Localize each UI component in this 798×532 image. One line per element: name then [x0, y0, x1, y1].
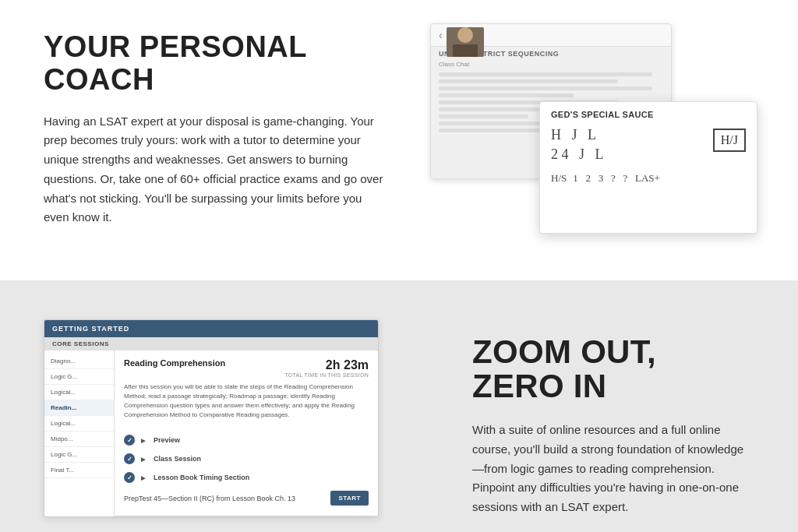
sauce-bottom: H/S 1 2 3 ? ? LAS+ — [540, 164, 757, 185]
content-line — [439, 86, 652, 90]
rc-title: Reading Comprehension — [124, 358, 225, 368]
sauce-sequence: 1 2 3 ? ? LAS+ — [573, 172, 660, 185]
content-line — [439, 115, 528, 118]
rc-time-block: 2h 23m TOTAL TIME IN THIS SESSION — [284, 358, 369, 378]
check-icon: ✓ — [124, 453, 135, 464]
rc-item-label: Lesson Book Timing Section — [154, 474, 249, 481]
rc-item-preview[interactable]: ✓ ► Preview — [115, 431, 378, 449]
sidebar-item[interactable]: Diagno... — [44, 354, 114, 369]
arrow-icon: ► — [139, 474, 147, 482]
page-title: YOUR PERSONAL COACH — [44, 31, 383, 97]
avatar — [447, 27, 484, 57]
sauce-left-notation: H J L 2 4 J L — [551, 125, 604, 164]
content-line — [439, 79, 618, 83]
content-line — [439, 93, 574, 97]
sidebar-item[interactable]: Logical... — [44, 416, 114, 432]
sidebar-item[interactable]: Logic G... — [44, 369, 114, 385]
arrow-icon: ► — [139, 455, 147, 463]
rc-time-value: 2h 23m — [284, 358, 369, 372]
rc-item-class-session[interactable]: ✓ ► Class Session — [115, 449, 378, 468]
top-right-visuals: ‹ K UNUSUAL STRICT SEQUENCING Class Chat — [415, 23, 754, 241]
sidebar-item-active[interactable]: Readin... — [44, 400, 114, 416]
course-main-content: Reading Comprehension 2h 23m TOTAL TIME … — [115, 351, 378, 516]
rc-start-label: PrepTest 45—Section II (RC) from Lesson … — [124, 495, 326, 502]
arrow-icon: ► — [139, 436, 147, 445]
content-line — [439, 72, 652, 76]
card-header: ‹ K — [431, 24, 671, 47]
bottom-left-content: GETTING STARTED CORE SESSIONS Diagno... … — [44, 319, 425, 517]
zoom-description: With a suite of online resources and a f… — [472, 421, 754, 517]
rc-item-label: Class Session — [154, 455, 201, 463]
back-icon: ‹ — [439, 29, 443, 41]
bottom-right-content: ZOOM OUT, ZERO IN With a suite of online… — [472, 319, 754, 517]
check-icon: ✓ — [124, 472, 135, 483]
class-chat-label: Class Chat — [431, 61, 671, 68]
course-mockup: GETTING STARTED CORE SESSIONS Diagno... … — [44, 319, 379, 517]
bottom-section: GETTING STARTED CORE SESSIONS Diagno... … — [0, 280, 798, 532]
course-body: Diagno... Logic G... Logical... Readin..… — [44, 351, 378, 516]
sidebar-item[interactable]: Final T... — [44, 463, 114, 478]
course-subheader: CORE SESSIONS — [44, 337, 378, 351]
sidebar-item[interactable]: Midpo... — [44, 432, 114, 447]
course-sidebar: Diagno... Logic G... Logical... Readin..… — [44, 351, 115, 516]
sidebar-item[interactable]: Logic G... — [44, 447, 114, 463]
rc-description: After this session you will be able to s… — [115, 382, 378, 428]
zoom-title: ZOOM OUT, ZERO IN — [472, 335, 754, 403]
sauce-title: GED'S SPECIAL SAUCE — [540, 102, 757, 125]
rc-items-list: ✓ ► Preview ✓ ► Class Session ✓ — [115, 428, 378, 516]
check-icon: ✓ — [124, 435, 135, 446]
sauce-card: GED'S SPECIAL SAUCE H J L 2 4 J L H/J H/… — [539, 101, 757, 234]
sauce-line2: 2 4 J L — [551, 145, 604, 164]
top-description: Having an LSAT expert at your disposal i… — [44, 112, 383, 228]
rc-item-timing[interactable]: ✓ ► Lesson Book Timing Section — [115, 468, 378, 487]
sauce-boxed-notation: H/J — [713, 129, 746, 152]
reading-comp-card: Reading Comprehension 2h 23m TOTAL TIME … — [115, 351, 378, 516]
sauce-line1: H J L — [551, 125, 604, 145]
rc-item-label: Preview — [154, 436, 180, 444]
sauce-fraction: H/S — [551, 172, 567, 185]
rc-item-start-row: PrepTest 45—Section II (RC) from Lesson … — [115, 487, 378, 509]
rc-time-label: TOTAL TIME IN THIS SESSION — [284, 372, 369, 378]
top-section: YOUR PERSONAL COACH Having an LSAT exper… — [0, 0, 798, 280]
course-header: GETTING STARTED — [44, 320, 378, 337]
sidebar-item[interactable]: Logical... — [44, 385, 114, 400]
start-button[interactable]: START — [330, 491, 369, 506]
sauce-content: H J L 2 4 J L H/J — [540, 125, 757, 164]
top-left-content: YOUR PERSONAL COACH Having an LSAT exper… — [44, 31, 383, 227]
rc-header: Reading Comprehension 2h 23m TOTAL TIME … — [115, 351, 378, 382]
